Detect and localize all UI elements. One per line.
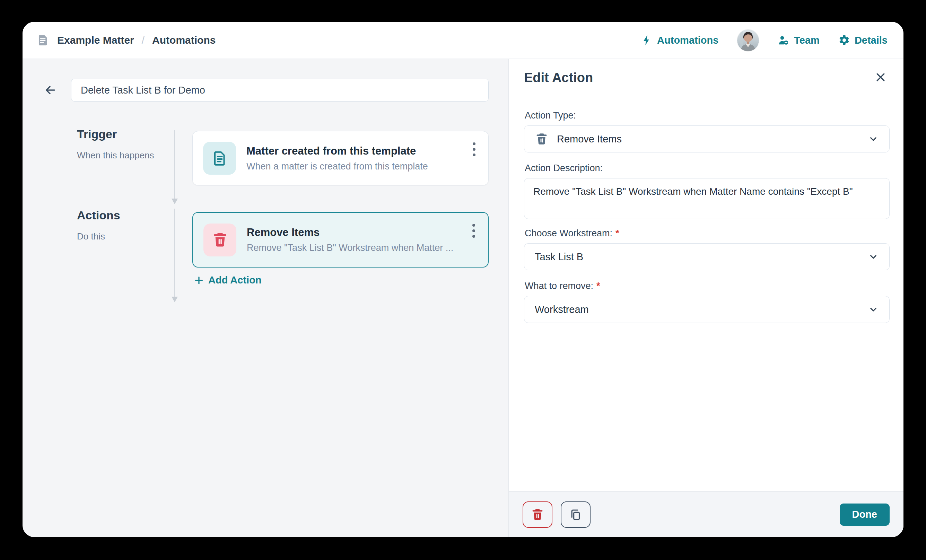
document-icon	[211, 150, 228, 167]
copy-icon	[569, 508, 583, 522]
trigger-card-title: Matter created from this template	[247, 145, 428, 157]
done-button[interactable]: Done	[840, 504, 890, 526]
panel-header: Edit Action	[509, 59, 903, 97]
choose-workstream-value: Task List B	[535, 251, 583, 263]
trigger-card-subtitle: When a matter is created from this templ…	[247, 161, 428, 172]
edit-action-panel: Edit Action Action Type: Remove Items	[508, 59, 903, 537]
action-card-icon-tile	[203, 224, 236, 256]
actions-section-title: Actions	[77, 209, 120, 222]
what-to-remove-value: Workstream	[535, 304, 589, 315]
trigger-card[interactable]: Matter created from this template When a…	[192, 131, 489, 185]
chevron-down-icon	[868, 251, 879, 262]
arrow-left-icon	[43, 83, 57, 97]
automation-canvas: Trigger When this happens Matter created…	[23, 59, 508, 537]
flow-connector	[171, 209, 178, 302]
what-to-remove-select[interactable]: Workstream	[524, 296, 890, 323]
matter-document-icon	[36, 33, 50, 47]
trash-icon	[535, 132, 549, 146]
breadcrumb-matter[interactable]: Example Matter	[57, 34, 134, 46]
add-action-label: Add Action	[208, 274, 262, 286]
nav-automations-label: Automations	[657, 35, 719, 46]
lightning-icon	[641, 34, 652, 46]
close-icon	[875, 71, 887, 83]
app-window: Example Matter / Automations Automations	[23, 22, 903, 537]
breadcrumb-page[interactable]: Automations	[152, 34, 216, 46]
trash-icon	[531, 508, 545, 522]
what-to-remove-label: What to remove: *	[525, 281, 890, 291]
required-asterisk: *	[616, 228, 619, 239]
action-card-text: Remove Items Remove "Task List B" Workst…	[247, 226, 453, 253]
back-button[interactable]	[39, 80, 61, 100]
nav-details-label: Details	[855, 35, 888, 46]
trash-icon	[212, 231, 229, 248]
trigger-card-text: Matter created from this template When a…	[247, 145, 428, 172]
panel-title: Edit Action	[524, 70, 593, 85]
close-panel-button[interactable]	[873, 70, 888, 86]
chevron-down-icon	[868, 133, 879, 144]
avatar-photo	[737, 29, 759, 51]
person-gear-icon	[778, 34, 790, 46]
choose-workstream-select[interactable]: Task List B	[524, 243, 890, 270]
required-asterisk: *	[596, 281, 600, 291]
gear-icon	[838, 34, 850, 46]
nav-team[interactable]: Team	[778, 34, 820, 46]
plus-icon	[194, 275, 204, 286]
panel-content: Action Type: Remove Items Action Descrip…	[509, 97, 903, 333]
action-type-label: Action Type:	[525, 110, 890, 121]
trigger-card-icon-tile	[203, 142, 236, 175]
trigger-section-title: Trigger	[77, 127, 154, 141]
actions-section-subtitle: Do this	[77, 231, 120, 242]
trigger-section-subtitle: When this happens	[77, 150, 154, 161]
avatar[interactable]	[737, 29, 759, 51]
action-type-value: Remove Items	[557, 133, 622, 145]
delete-action-button[interactable]	[523, 501, 552, 528]
action-card-remove-items[interactable]: Remove Items Remove "Task List B" Workst…	[192, 212, 489, 268]
action-card-subtitle: Remove "Task List B" Workstream when Mat…	[247, 242, 453, 253]
nav-details[interactable]: Details	[838, 34, 888, 46]
actions-section-label: Actions Do this	[77, 209, 120, 242]
trigger-card-menu-button[interactable]	[470, 140, 478, 160]
action-card-title: Remove Items	[247, 226, 453, 239]
trigger-section-label: Trigger When this happens	[77, 127, 154, 161]
nav-automations[interactable]: Automations	[641, 34, 719, 46]
nav-team-label: Team	[794, 35, 820, 46]
app-header: Example Matter / Automations Automations	[23, 22, 903, 59]
flow-connector	[171, 130, 178, 204]
automation-name-input[interactable]	[71, 79, 489, 101]
action-type-select[interactable]: Remove Items	[524, 126, 890, 153]
breadcrumb: Example Matter / Automations	[36, 33, 216, 47]
duplicate-action-button[interactable]	[561, 501, 590, 528]
header-nav: Automations	[641, 29, 888, 51]
chevron-down-icon	[868, 304, 879, 315]
action-description-textarea[interactable]: Remove "Task List B" Workstream when Mat…	[524, 178, 890, 219]
kebab-icon	[472, 223, 475, 238]
add-action-button[interactable]: Add Action	[194, 274, 262, 286]
body: Trigger When this happens Matter created…	[23, 59, 903, 537]
breadcrumb-separator: /	[142, 34, 145, 46]
action-description-label: Action Description:	[525, 163, 890, 174]
panel-footer: Done	[509, 491, 903, 537]
choose-workstream-label: Choose Workstream: *	[525, 228, 890, 239]
kebab-icon	[472, 142, 476, 157]
action-card-menu-button[interactable]	[470, 221, 478, 242]
